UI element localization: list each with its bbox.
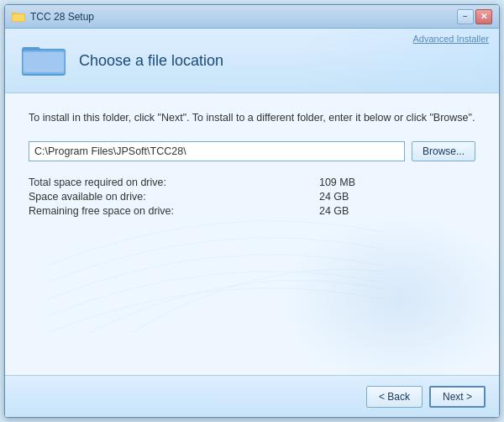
space-value: 24 GB <box>319 191 475 203</box>
back-button[interactable]: < Back <box>366 386 423 408</box>
next-button[interactable]: Next > <box>429 386 486 408</box>
close-button[interactable]: ✕ <box>475 9 492 24</box>
description-text: To install in this folder, click "Next".… <box>29 110 475 126</box>
main-content: To install in this folder, click "Next".… <box>5 93 499 375</box>
svg-rect-6 <box>24 52 64 72</box>
minimize-button[interactable]: − <box>457 9 474 24</box>
advanced-installer-link[interactable]: Advanced Installer <box>413 34 490 44</box>
path-row: Browse... <box>29 141 475 161</box>
header-section: Advanced Installer Choose a file locatio… <box>5 29 499 93</box>
window-title: TCC 28 Setup <box>30 11 94 23</box>
title-buttons: − ✕ <box>457 9 492 24</box>
space-info: Total space required on drive:109 MBSpac… <box>29 177 475 217</box>
setup-window: TCC 28 Setup − ✕ Advanced Installer Choo… <box>4 4 500 418</box>
page-title: Choose a file location <box>79 52 223 70</box>
space-value: 24 GB <box>319 205 475 217</box>
title-icon <box>12 10 25 24</box>
content-area: Advanced Installer Choose a file locatio… <box>5 29 499 417</box>
space-label: Total space required on drive: <box>29 177 294 188</box>
title-bar-left: TCC 28 Setup <box>12 10 94 24</box>
svg-rect-2 <box>13 14 24 21</box>
folder-icon <box>22 42 66 79</box>
space-value: 109 MB <box>319 177 475 188</box>
footer: < Back Next > <box>5 375 499 417</box>
title-bar: TCC 28 Setup − ✕ <box>5 5 499 29</box>
path-input[interactable] <box>29 141 405 161</box>
browse-button[interactable]: Browse... <box>412 141 475 161</box>
space-label: Space available on drive: <box>29 191 294 203</box>
watermark-decoration <box>5 198 499 333</box>
space-label: Remaining free space on drive: <box>29 205 294 217</box>
